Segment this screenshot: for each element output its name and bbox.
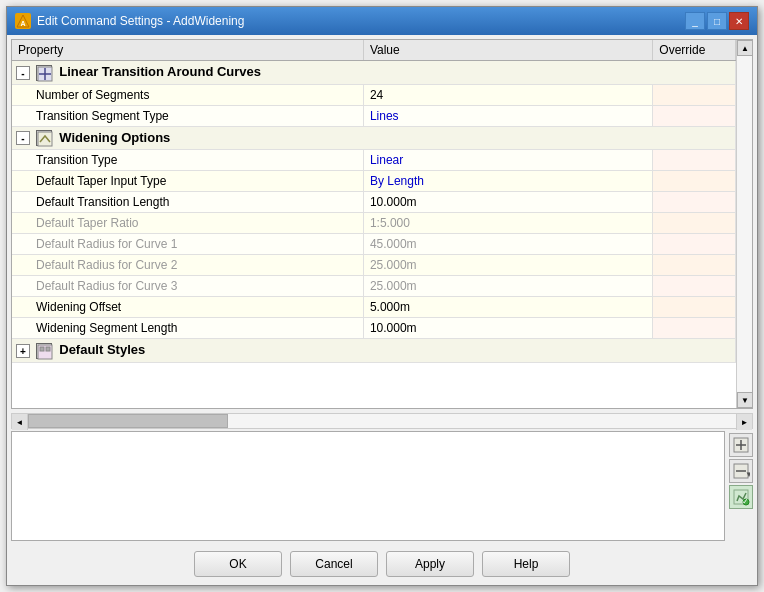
val-widening-offset: 5.000m — [363, 297, 652, 318]
widening-section-icon — [36, 130, 52, 146]
apply-button[interactable]: Apply — [386, 551, 474, 577]
vertical-scrollbar[interactable]: ▲ ▼ — [736, 40, 752, 408]
window-controls: _ □ ✕ — [685, 12, 749, 30]
app-icon: A — [15, 13, 31, 29]
content-area: Property Value Override - — [7, 35, 757, 585]
col-value: Value — [363, 40, 652, 61]
override-taper-input — [653, 171, 736, 192]
expand-linear-icon[interactable]: - — [16, 66, 30, 80]
table-scroll-area[interactable]: Property Value Override - — [12, 40, 736, 408]
horizontal-scrollbar[interactable]: ◄ ► — [11, 413, 753, 429]
prop-segments: Number of Segments — [12, 84, 363, 105]
prop-radius-curve3: Default Radius for Curve 3 — [12, 276, 363, 297]
svg-rect-5 — [38, 132, 52, 146]
prop-segment-length: Widening Segment Length — [12, 318, 363, 339]
hscroll-track[interactable] — [28, 414, 736, 428]
row-radius-curve1: Default Radius for Curve 1 45.000m — [12, 234, 736, 255]
side-button-panel: ▼ ✓ — [729, 431, 753, 541]
row-transition-type: Transition Type Linear — [12, 150, 736, 171]
val-taper-ratio: 1:5.000 — [363, 213, 652, 234]
cancel-button[interactable]: Cancel — [290, 551, 378, 577]
title-bar: A Edit Command Settings - AddWidening _ … — [7, 7, 757, 35]
styles-section-icon — [36, 343, 52, 359]
override-radius-curve3 — [653, 276, 736, 297]
section-label-widening: Widening Options — [59, 130, 170, 145]
val-radius-curve1: 45.000m — [363, 234, 652, 255]
val-radius-curve3: 25.000m — [363, 276, 652, 297]
scroll-up-button[interactable]: ▲ — [737, 40, 753, 56]
property-table-container: Property Value Override - — [11, 39, 753, 409]
svg-rect-7 — [40, 347, 44, 351]
side-btn-3[interactable]: ✓ — [729, 485, 753, 509]
scroll-right-button[interactable]: ► — [736, 414, 752, 430]
main-window: A Edit Command Settings - AddWidening _ … — [6, 6, 758, 586]
dialog-buttons: OK Cancel Apply Help — [11, 545, 753, 581]
scroll-down-button[interactable]: ▼ — [737, 392, 753, 408]
scroll-track[interactable] — [737, 56, 752, 392]
val-segment-type: Lines — [363, 105, 652, 126]
svg-text:A: A — [20, 20, 25, 27]
property-table: Property Value Override - — [12, 40, 736, 363]
override-segment-length — [653, 318, 736, 339]
override-transition-type — [653, 150, 736, 171]
prop-radius-curve2: Default Radius for Curve 2 — [12, 255, 363, 276]
maximize-button[interactable]: □ — [707, 12, 727, 30]
svg-text:▼: ▼ — [745, 470, 750, 479]
close-button[interactable]: ✕ — [729, 12, 749, 30]
row-widening-offset: Widening Offset 5.000m — [12, 297, 736, 318]
bottom-section: ▼ ✓ — [11, 431, 753, 541]
override-radius-curve1 — [653, 234, 736, 255]
row-radius-curve3: Default Radius for Curve 3 25.000m — [12, 276, 736, 297]
row-transition-length: Default Transition Length 10.000m — [12, 192, 736, 213]
override-segments — [653, 84, 736, 105]
title-bar-left: A Edit Command Settings - AddWidening — [15, 13, 244, 29]
row-taper-input: Default Taper Input Type By Length — [12, 171, 736, 192]
override-widening-offset — [653, 297, 736, 318]
row-segment-length: Widening Segment Length 10.000m — [12, 318, 736, 339]
row-segment-type: Transition Segment Type Lines — [12, 105, 736, 126]
val-transition-type: Linear — [363, 150, 652, 171]
help-button[interactable]: Help — [482, 551, 570, 577]
val-taper-input: By Length — [363, 171, 652, 192]
val-transition-length: 10.000m — [363, 192, 652, 213]
section-header-styles: + Default Styles — [12, 339, 736, 363]
expand-widening-icon[interactable]: - — [16, 131, 30, 145]
prop-transition-length: Default Transition Length — [12, 192, 363, 213]
override-transition-length — [653, 192, 736, 213]
prop-radius-curve1: Default Radius for Curve 1 — [12, 234, 363, 255]
side-btn-2[interactable]: ▼ — [729, 459, 753, 483]
section-label-linear: Linear Transition Around Curves — [59, 64, 261, 79]
side-btn-1[interactable] — [729, 433, 753, 457]
svg-text:✓: ✓ — [742, 497, 749, 506]
expand-styles-icon[interactable]: + — [16, 344, 30, 358]
val-segments: 24 — [363, 84, 652, 105]
window-title: Edit Command Settings - AddWidening — [37, 14, 244, 28]
ok-button[interactable]: OK — [194, 551, 282, 577]
svg-rect-8 — [46, 347, 50, 351]
minimize-button[interactable]: _ — [685, 12, 705, 30]
prop-taper-input: Default Taper Input Type — [12, 171, 363, 192]
prop-transition-type: Transition Type — [12, 150, 363, 171]
section-header-widening: - Widening Options — [12, 126, 736, 150]
row-segments: Number of Segments 24 — [12, 84, 736, 105]
prop-segment-type: Transition Segment Type — [12, 105, 363, 126]
col-property: Property — [12, 40, 363, 61]
linear-section-icon — [36, 65, 52, 81]
row-taper-ratio: Default Taper Ratio 1:5.000 — [12, 213, 736, 234]
prop-taper-ratio: Default Taper Ratio — [12, 213, 363, 234]
override-taper-ratio — [653, 213, 736, 234]
val-segment-length: 10.000m — [363, 318, 652, 339]
override-segment-type — [653, 105, 736, 126]
prop-widening-offset: Widening Offset — [12, 297, 363, 318]
row-radius-curve2: Default Radius for Curve 2 25.000m — [12, 255, 736, 276]
hscroll-thumb[interactable] — [28, 414, 228, 428]
val-radius-curve2: 25.000m — [363, 255, 652, 276]
override-radius-curve2 — [653, 255, 736, 276]
table-header-row: Property Value Override — [12, 40, 736, 61]
section-label-styles: Default Styles — [59, 342, 145, 357]
scroll-left-button[interactable]: ◄ — [12, 414, 28, 430]
description-area — [11, 431, 725, 541]
col-override: Override — [653, 40, 736, 61]
section-header-linear: - Linear Transition Around Curves — [12, 61, 736, 85]
